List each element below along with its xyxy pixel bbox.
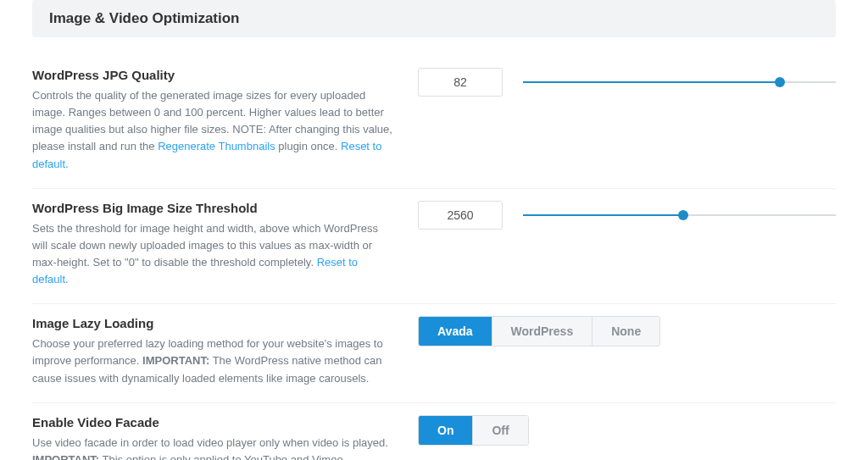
lazy-loading-buttons: AvadaWordPressNone: [418, 316, 660, 346]
option-lazy-loading: Image Lazy Loading Choose your preferred…: [32, 304, 836, 402]
video-facade-buttons: OnOff: [418, 415, 529, 446]
facade-option-on[interactable]: On: [419, 416, 472, 445]
option-video-facade: Enable Video Facade Use video facade in …: [32, 403, 836, 460]
facade-option-off[interactable]: Off: [472, 416, 527, 445]
lazy-option-wordpress[interactable]: WordPress: [492, 317, 593, 346]
section-header: Image & Video Optimization: [32, 0, 836, 37]
jpg-quality-slider[interactable]: [523, 68, 836, 97]
option-title: Image Lazy Loading: [32, 316, 392, 330]
option-title: Enable Video Facade: [32, 415, 392, 430]
option-description: Controls the quality of the generated im…: [32, 87, 392, 173]
big-image-slider[interactable]: [523, 201, 836, 230]
section-title: Image & Video Optimization: [49, 10, 819, 27]
option-title: WordPress Big Image Size Threshold: [32, 201, 392, 215]
option-description: Use video facade in order to load video …: [32, 435, 392, 460]
option-jpg-quality: WordPress JPG Quality Controls the quali…: [32, 56, 836, 189]
option-description: Sets the threshold for image height and …: [32, 220, 392, 289]
option-title: WordPress JPG Quality: [32, 68, 392, 82]
lazy-option-avada[interactable]: Avada: [419, 317, 492, 346]
jpg-quality-input[interactable]: [418, 68, 503, 97]
option-big-image-threshold: WordPress Big Image Size Threshold Sets …: [32, 189, 836, 305]
regenerate-thumbnails-link[interactable]: Regenerate Thumbnails: [158, 140, 275, 152]
lazy-option-none[interactable]: None: [592, 317, 659, 346]
option-description: Choose your preferred lazy loading metho…: [32, 335, 392, 386]
big-image-input[interactable]: [418, 201, 503, 230]
